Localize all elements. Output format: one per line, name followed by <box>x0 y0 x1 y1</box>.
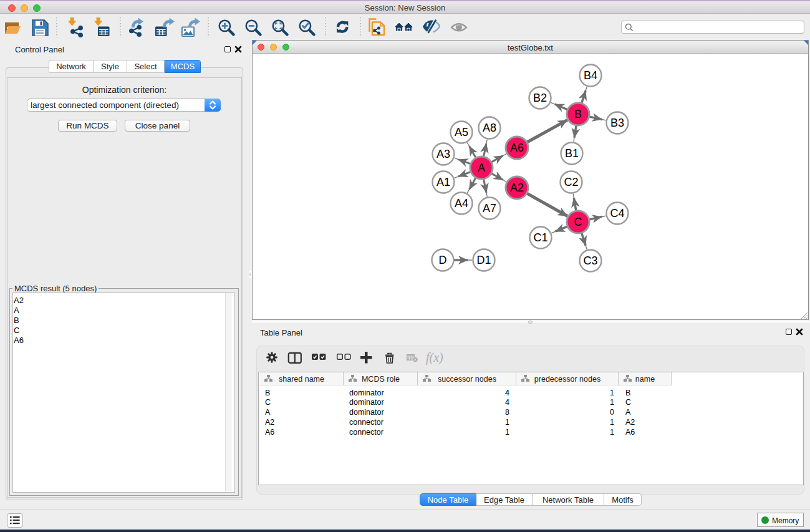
svg-text:A7: A7 <box>483 202 496 215</box>
svg-text:A1: A1 <box>436 176 450 188</box>
svg-text:B1: B1 <box>565 147 579 160</box>
svg-text:A5: A5 <box>455 126 468 138</box>
svg-text:B: B <box>574 108 582 120</box>
svg-text:A6: A6 <box>510 142 524 154</box>
svg-text:D: D <box>439 254 447 266</box>
svg-text:B4: B4 <box>584 69 597 82</box>
svg-text:A8: A8 <box>483 122 496 134</box>
svg-text:B3: B3 <box>610 117 624 129</box>
svg-text:A3: A3 <box>436 148 450 160</box>
svg-text:C1: C1 <box>533 231 547 244</box>
svg-text:C: C <box>574 216 582 228</box>
svg-text:C4: C4 <box>610 207 624 220</box>
svg-text:A2: A2 <box>510 181 524 194</box>
svg-text:B2: B2 <box>533 92 547 104</box>
svg-text:C2: C2 <box>564 176 578 188</box>
svg-text:A4: A4 <box>455 197 468 210</box>
svg-text:C3: C3 <box>583 254 597 267</box>
svg-text:A: A <box>478 162 485 174</box>
svg-text:D1: D1 <box>476 254 491 266</box>
